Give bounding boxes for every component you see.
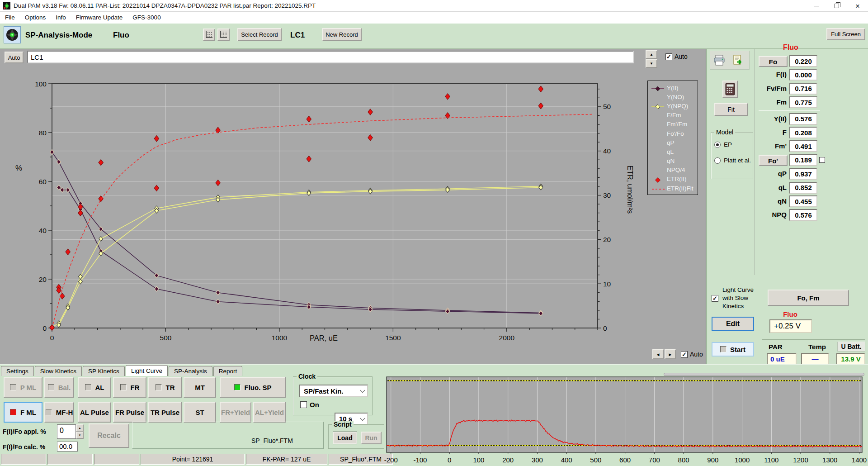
tab-light-curve[interactable]: Light Curve [126, 365, 168, 376]
control-button-tr-pulse[interactable]: TR Pulse [148, 402, 182, 423]
legend-item-y-npq-[interactable]: Y(NPQ) [651, 101, 698, 110]
svg-text:2000: 2000 [499, 334, 515, 342]
control-button-label: Bal. [58, 384, 71, 391]
control-button-mf-h[interactable]: MF-H [44, 402, 74, 423]
export-report-button[interactable] [732, 54, 744, 68]
series-etr-ii-run-1 [50, 86, 543, 330]
fluo-value-fm: 0.775 [789, 96, 817, 108]
chevron-down-icon [360, 415, 365, 420]
fluo-extra-checkbox-fo-[interactable] [819, 157, 825, 163]
svg-text:1300: 1300 [822, 456, 837, 464]
legend-item-npq-4[interactable]: NPQ/4 [651, 166, 698, 175]
control-button-al-pulse[interactable]: AL Pulse [78, 402, 111, 423]
legend-item-qn[interactable]: qN [651, 157, 698, 166]
select-record-button[interactable]: Select Record [237, 28, 282, 41]
legend-item-y-no-[interactable]: Y(NO) [651, 92, 698, 101]
fluo-label-qp: qP [759, 169, 788, 180]
model-radio-list: EPPlatt et al. [714, 141, 751, 173]
start-state-checkbox [720, 346, 726, 352]
control-button-fr-pulse[interactable]: FR Pulse [113, 402, 146, 423]
model-option-ep[interactable]: EP [714, 141, 751, 148]
fio-spin-up-button[interactable]: ▲ [76, 424, 84, 432]
fio-spin-down-button[interactable]: ▼ [76, 432, 84, 439]
control-button-fluo-sp[interactable]: Fluo. SP [220, 377, 286, 398]
fluo-label-fm-: Fm' [759, 141, 788, 152]
model-option-label: EP [724, 141, 732, 148]
gain-value-field[interactable]: +0.25 V [769, 319, 812, 333]
chart-auto-checkbox[interactable]: ✓ [681, 351, 688, 358]
legend-item-qp[interactable]: qP [651, 138, 698, 147]
fo-fm-button[interactable]: Fo, Fm [768, 290, 849, 306]
svg-text:200: 200 [502, 456, 514, 464]
legend-item-etr-ii-fit[interactable]: ETR(II)Fit [651, 184, 698, 193]
edit-button[interactable]: Edit [712, 317, 754, 331]
clock-mode-dropdown[interactable]: SP/Fast Kin. [299, 385, 368, 397]
series-y-npq-run-1 [50, 184, 543, 329]
tab-slow-kinetics[interactable]: Slow Kinetics [35, 366, 82, 376]
fluo-label-fo-[interactable]: Fo' [759, 155, 788, 166]
legend-item-fm-fm[interactable]: Fm'/Fm [651, 120, 698, 129]
chart-page-left-button[interactable]: ◄ [652, 349, 664, 359]
light-curve-slow-kinetics-label: Light Curve with Slow Kinetics [722, 286, 754, 310]
red-state-checkbox [10, 409, 16, 415]
control-button-mt[interactable]: MT [184, 377, 216, 398]
menu-options[interactable]: Options [20, 12, 51, 24]
control-button-label: TR [166, 384, 175, 391]
menu-firmware-update[interactable]: Firmware Update [71, 12, 128, 24]
temp-value-field: — [801, 353, 829, 365]
graph-grid-icon [205, 31, 213, 38]
green-state-checkbox [234, 384, 241, 390]
fio-appl-input[interactable]: 0 [57, 424, 76, 439]
restore-button[interactable] [826, 0, 847, 12]
start-button[interactable]: Start [712, 342, 754, 357]
legend-item-etr-ii-[interactable]: ETR(II) [651, 175, 698, 184]
graph-view-2-button[interactable] [217, 29, 230, 41]
recalc-button[interactable]: Recalc [89, 423, 129, 448]
tab-settings[interactable]: Settings [1, 366, 34, 376]
legend-label: Fm'/Fm [667, 121, 687, 128]
minimize-button[interactable] [806, 0, 826, 12]
print-button[interactable] [713, 54, 725, 68]
close-button[interactable]: × [847, 0, 868, 12]
fluo-label-fo[interactable]: Fo [759, 56, 788, 67]
legend-item-fo-fo[interactable]: Fo'/Fo [651, 129, 698, 138]
control-button-al-yield[interactable]: AL+Yield [253, 402, 286, 423]
script-run-button[interactable]: Run [361, 432, 382, 444]
fit-button[interactable]: Fit [714, 103, 748, 116]
control-button-tr[interactable]: TR [148, 377, 182, 398]
menu-file[interactable]: File [0, 12, 20, 24]
new-record-button[interactable]: New Record [322, 28, 362, 41]
svg-text:80: 80 [39, 129, 47, 137]
chart-page-right-button[interactable]: ► [665, 349, 676, 359]
control-button-al[interactable]: AL [78, 377, 111, 398]
svg-text:0: 0 [50, 334, 54, 342]
chart-legend: Y(II)Y(NO)Y(NPQ)F/FmFm'/FmFo'/FoqPqLqNNP… [647, 81, 698, 195]
legend-item-f-fm[interactable]: F/Fm [651, 111, 698, 120]
control-button-fr-yield[interactable]: FR+Yield [220, 402, 251, 423]
tab-sp-kinetics[interactable]: SP Kinetics [83, 366, 125, 376]
script-load-button[interactable]: Load [333, 432, 357, 444]
fio-calc-value: 00.0 [57, 442, 78, 452]
full-screen-button[interactable]: Full Screen [826, 28, 865, 40]
light-curve-slow-kinetics-checkbox[interactable]: ✓ [712, 294, 718, 302]
dual-pam-window: Dual PAM v3.18 Fw: 08.06.11 PAR-List: 20… [0, 0, 868, 466]
control-button-st[interactable]: ST [184, 402, 216, 423]
menu-info[interactable]: Info [51, 12, 71, 24]
model-option-platt-et-al-[interactable]: Platt et al. [714, 157, 751, 164]
legend-item-y-ii-[interactable]: Y(II) [651, 83, 698, 92]
calculator-button[interactable] [722, 81, 738, 98]
control-button-bal-[interactable]: Bal. [44, 377, 74, 398]
graph-view-1-button[interactable] [203, 29, 215, 41]
tab-sp-analysis[interactable]: SP-Analysis [169, 366, 212, 376]
app-logo-button[interactable] [4, 26, 21, 43]
control-button-f-ml[interactable]: F ML [4, 402, 42, 423]
control-button-fr[interactable]: FR [113, 377, 146, 398]
clock-on-checkbox[interactable] [300, 401, 307, 408]
fluo-value-qp: 0.937 [789, 168, 817, 180]
control-button-label: MF-H [56, 409, 73, 416]
tab-report[interactable]: Report [213, 366, 243, 376]
axis-tick-labels: 020406080100010203040500500100015002000 [35, 80, 611, 342]
legend-item-ql[interactable]: qL [651, 147, 698, 156]
menu-gfs-3000[interactable]: GFS-3000 [127, 12, 165, 24]
control-button-p-ml[interactable]: P ML [4, 377, 42, 398]
